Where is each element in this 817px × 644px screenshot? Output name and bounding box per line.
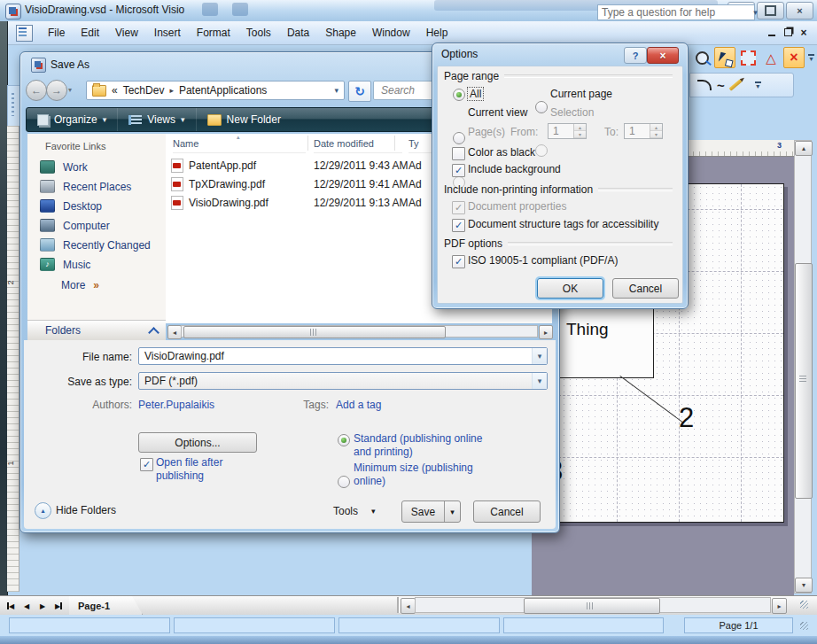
save-button[interactable]: Save ▾ <box>401 500 461 523</box>
all-radio[interactable] <box>453 89 465 101</box>
hide-folders-button[interactable]: ▴ <box>35 502 51 519</box>
document-structure-label[interactable]: Document structure tags for accessibilit… <box>468 218 658 230</box>
organize-button[interactable]: Organize ▾ <box>27 108 117 131</box>
last-page-button[interactable]: ▶ <box>51 598 66 614</box>
current-page-radio[interactable] <box>535 101 548 113</box>
refresh-button[interactable]: ↻ <box>348 81 371 102</box>
save-as-type-select[interactable]: PDF (*.pdf) ▾ <box>138 372 548 390</box>
sidebar-item-recent-places[interactable]: Recent Places <box>40 180 131 193</box>
first-page-button[interactable]: ◀ <box>3 598 19 614</box>
iso-compliant-label[interactable]: ISO 19005-1 compliant (PDF/A) <box>468 254 618 267</box>
close-button[interactable]: × <box>786 2 813 19</box>
folders-expander[interactable]: Folders <box>27 320 166 340</box>
menu-tools[interactable]: Tools <box>238 24 279 42</box>
list-scroll-right-button[interactable]: ▸ <box>539 325 553 339</box>
menu-edit[interactable]: Edit <box>73 24 107 42</box>
sidebar-item-recently-changed[interactable]: Recently Changed <box>40 238 151 252</box>
tags-add-link[interactable]: Add a tag <box>336 399 381 411</box>
views-button[interactable]: Views ▾ <box>117 108 195 131</box>
pointer-tool-button[interactable] <box>714 47 735 68</box>
ok-button[interactable]: OK <box>537 278 603 299</box>
cancel-button[interactable]: Cancel <box>612 278 679 299</box>
toolbar-overflow-button[interactable]: ▾ <box>753 81 763 89</box>
menu-format[interactable]: Format <box>189 24 238 42</box>
panel-grip[interactable] <box>7 85 20 128</box>
doc-minimize-button[interactable] <box>764 26 780 39</box>
next-page-button[interactable]: ▶ <box>35 598 51 614</box>
dialog-close-button[interactable]: × <box>647 47 679 64</box>
breadcrumb-prefix[interactable]: « <box>112 84 118 97</box>
horizontal-scrollbar[interactable] <box>415 597 771 613</box>
cancel-button[interactable]: Cancel <box>473 500 541 523</box>
toolbar-overflow-button[interactable]: ▾ <box>806 54 816 61</box>
menu-view[interactable]: View <box>107 24 146 42</box>
page-indicator[interactable]: Page 1/1 <box>684 617 793 633</box>
column-divider[interactable] <box>307 136 308 151</box>
sidebar-item-computer[interactable]: Computer <box>40 219 110 232</box>
file-name-input[interactable]: VisioDrawing.pdf ▾ <box>138 347 548 365</box>
arc-tool-icon[interactable] <box>697 80 712 90</box>
hide-folders-label[interactable]: Hide Folders <box>56 504 116 516</box>
menu-file[interactable]: File <box>40 24 73 42</box>
callout-number-2[interactable]: 2 <box>679 404 694 431</box>
horizontal-scroll-thumb[interactable] <box>524 598 660 614</box>
menu-insert[interactable]: Insert <box>146 24 189 42</box>
triangle-tool-button[interactable]: △ <box>760 47 782 68</box>
authors-value[interactable]: Peter.Pupalaikis <box>138 399 214 411</box>
address-breadcrumb[interactable]: « TechDev ▸ PatentApplications ▾ <box>86 81 345 100</box>
standard-radio[interactable] <box>338 434 350 446</box>
chevron-down-icon[interactable]: ▾ <box>371 507 376 516</box>
forward-button[interactable]: → <box>46 80 67 101</box>
standard-radio-label[interactable]: Standard (publishing online and printing… <box>354 432 494 459</box>
save-split-dropdown[interactable]: ▾ <box>444 501 460 522</box>
breadcrumb-patentapplications[interactable]: PatentApplications <box>179 84 267 97</box>
zoom-tool-button[interactable] <box>691 47 712 68</box>
delete-tool-button[interactable]: × <box>783 47 805 68</box>
current-view-radio[interactable] <box>453 132 465 144</box>
all-radio-label[interactable]: All <box>468 88 483 100</box>
doc-close-button[interactable]: × <box>796 26 812 39</box>
menu-data[interactable]: Data <box>279 24 317 42</box>
column-header-date-modified[interactable]: Date modified <box>314 134 402 153</box>
resize-grip[interactable] <box>800 601 808 609</box>
iso-compliant-checkbox[interactable]: ✓ <box>452 255 465 268</box>
page-tab[interactable]: Page-1 <box>69 596 143 615</box>
chevron-down-icon[interactable]: ▾ <box>532 348 547 364</box>
chevron-down-icon[interactable]: ▾ <box>532 373 547 389</box>
dialog-help-button[interactable]: ? <box>624 47 647 64</box>
hscroll-left-button[interactable]: ◂ <box>401 598 416 614</box>
breadcrumb-techdev[interactable]: TechDev <box>123 84 165 97</box>
menu-help[interactable]: Help <box>418 24 456 42</box>
sidebar-item-work[interactable]: Work <box>40 160 88 174</box>
document-structure-checkbox[interactable]: ✓ <box>452 219 465 232</box>
sidebar-item-music[interactable]: ♪ Music <box>40 258 90 271</box>
recent-pages-dropdown[interactable]: ▾ <box>68 86 72 94</box>
chevron-down-icon[interactable]: ▾ <box>334 86 338 95</box>
minimum-size-radio-label[interactable]: Minimum size (publishing online) <box>354 462 494 488</box>
sidebar-item-desktop[interactable]: Desktop <box>40 199 102 213</box>
vertical-scroll-thumb[interactable] <box>795 263 813 499</box>
list-scroll-left-button[interactable]: ◂ <box>167 325 182 339</box>
chevron-down-icon[interactable]: ▾ <box>750 4 761 20</box>
selection-net-button[interactable] <box>737 47 759 68</box>
open-file-after-label[interactable]: Open file after publishing <box>156 456 255 483</box>
scroll-up-button[interactable]: ▴ <box>795 141 813 156</box>
hscroll-right-button[interactable]: ▸ <box>772 598 787 614</box>
list-scroll-thumb[interactable] <box>183 326 446 338</box>
tools-menu[interactable]: Tools <box>333 505 358 517</box>
help-question-input[interactable]: Type a question for help <box>597 4 755 20</box>
doc-restore-button[interactable] <box>780 26 796 39</box>
vertical-scrollbar[interactable]: ▴ ▾ <box>794 140 812 594</box>
menu-window[interactable]: Window <box>364 24 418 42</box>
new-folder-button[interactable]: New Folder <box>196 108 292 131</box>
sidebar-more-link[interactable]: More » <box>61 279 99 291</box>
open-file-after-checkbox[interactable]: ✓ <box>140 458 153 471</box>
tab-scrollbar-divider[interactable] <box>397 597 400 613</box>
current-view-radio-label[interactable]: Current view <box>468 106 527 119</box>
include-background-label[interactable]: Include background <box>468 163 561 175</box>
options-button[interactable]: Options... <box>138 432 257 453</box>
current-page-radio-label[interactable]: Current page <box>550 88 612 100</box>
previous-page-button[interactable]: ◀ <box>19 598 35 614</box>
include-background-checkbox[interactable]: ✓ <box>452 164 465 177</box>
color-as-black-checkbox[interactable] <box>452 147 465 160</box>
